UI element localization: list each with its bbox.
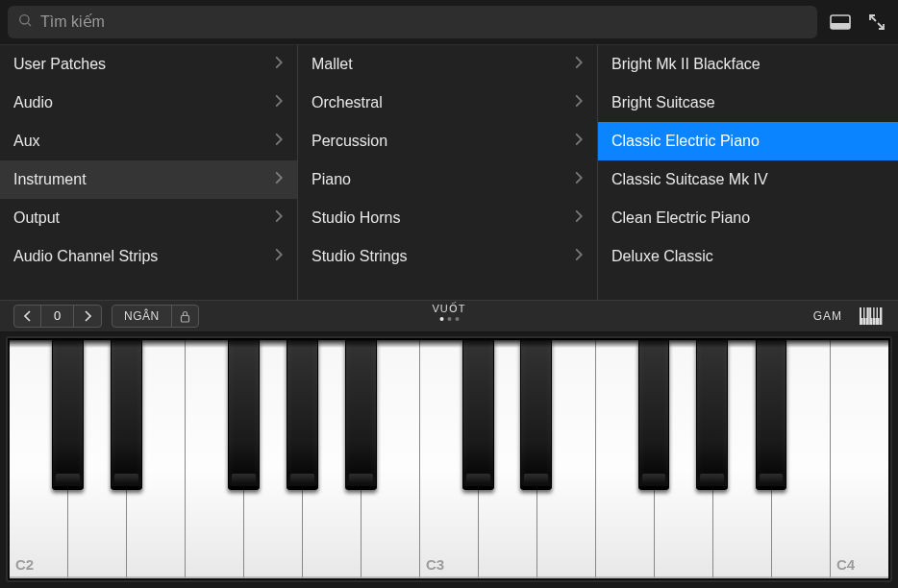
chevron-right-icon bbox=[275, 94, 284, 111]
keyboard-top-shadow bbox=[8, 338, 890, 348]
chevron-right-icon bbox=[575, 94, 584, 111]
col3-item[interactable]: Deluxe Classic bbox=[598, 237, 898, 276]
chevron-right-icon bbox=[275, 248, 284, 265]
keyboard-toolbar: 0 NGÂN VUỐT GAM bbox=[0, 300, 898, 332]
row-label: Classic Suitcase Mk IV bbox=[611, 171, 768, 188]
svg-rect-4 bbox=[181, 315, 188, 322]
chevron-right-icon bbox=[575, 209, 584, 227]
row-label: Studio Horns bbox=[312, 209, 401, 227]
col1-item[interactable]: Audio bbox=[0, 84, 297, 122]
col1-item[interactable]: Audio Channel Strips bbox=[0, 237, 297, 276]
black-key[interactable] bbox=[462, 340, 494, 490]
col3-item[interactable]: Bright Suitcase bbox=[598, 84, 898, 122]
col1-item[interactable]: Output bbox=[0, 199, 297, 237]
black-key[interactable] bbox=[345, 340, 377, 490]
chevron-right-icon bbox=[275, 171, 284, 188]
chevron-right-icon bbox=[275, 209, 284, 227]
search-input[interactable] bbox=[40, 13, 808, 31]
black-key[interactable] bbox=[520, 340, 552, 490]
octave-down-button[interactable] bbox=[14, 306, 41, 327]
svg-rect-17 bbox=[878, 307, 880, 318]
svg-point-0 bbox=[20, 15, 29, 24]
row-label: Clean Electric Piano bbox=[611, 209, 750, 227]
row-label: Orchestral bbox=[312, 94, 383, 111]
svg-rect-3 bbox=[831, 23, 850, 29]
chevron-right-icon bbox=[275, 56, 284, 73]
octave-value: 0 bbox=[41, 306, 74, 327]
black-key[interactable] bbox=[756, 340, 787, 490]
black-key[interactable] bbox=[696, 340, 728, 490]
row-label: Output bbox=[13, 209, 60, 227]
col1-item[interactable]: User Patches bbox=[0, 45, 297, 84]
row-label: User Patches bbox=[13, 56, 106, 73]
white-key[interactable]: C4 bbox=[831, 340, 888, 578]
col1-item[interactable]: Aux bbox=[0, 122, 297, 160]
row-label: Bright Mk II Blackface bbox=[611, 56, 761, 73]
row-label: Mallet bbox=[312, 56, 353, 73]
row-label: Instrument bbox=[13, 171, 87, 188]
black-key[interactable] bbox=[52, 340, 84, 490]
svg-rect-14 bbox=[864, 307, 866, 318]
col3-item[interactable]: Classic Electric Piano bbox=[598, 122, 898, 160]
browser-column-1: User PatchesAudioAuxInstrumentOutputAudi… bbox=[0, 45, 298, 300]
chevron-right-icon bbox=[575, 248, 584, 265]
col3-item[interactable]: Bright Mk II Blackface bbox=[598, 45, 898, 84]
row-label: Audio Channel Strips bbox=[13, 248, 158, 265]
chevron-right-icon bbox=[575, 133, 584, 150]
col2-item[interactable]: Piano bbox=[298, 160, 597, 199]
scale-button[interactable]: GAM bbox=[813, 309, 842, 323]
row-label: Piano bbox=[312, 171, 351, 188]
black-key[interactable] bbox=[287, 340, 318, 490]
octave-stepper: 0 bbox=[13, 305, 102, 328]
keyboard-layout-icon[interactable] bbox=[860, 307, 885, 325]
chevron-right-icon bbox=[275, 133, 284, 150]
page-dots bbox=[433, 317, 466, 321]
top-bar bbox=[0, 0, 898, 44]
search-icon bbox=[17, 12, 33, 32]
black-key[interactable] bbox=[638, 340, 670, 490]
row-label: Bright Suitcase bbox=[611, 94, 715, 111]
browser-column-3: Bright Mk II BlackfaceBright SuitcaseCla… bbox=[598, 45, 898, 300]
library-browser: User PatchesAudioAuxInstrumentOutputAudi… bbox=[0, 44, 898, 300]
svg-rect-15 bbox=[871, 307, 873, 318]
octave-up-button[interactable] bbox=[74, 306, 101, 327]
col1-item[interactable]: Instrument bbox=[0, 160, 297, 199]
black-key[interactable] bbox=[111, 340, 142, 490]
glissando-mode[interactable]: VUỐT bbox=[433, 303, 466, 321]
lock-icon bbox=[171, 306, 198, 327]
key-octave-label: C2 bbox=[15, 556, 34, 573]
col2-item[interactable]: Studio Strings bbox=[298, 237, 597, 276]
svg-line-1 bbox=[28, 23, 31, 26]
sustain-label: NGÂN bbox=[112, 309, 171, 323]
piano-keyboard[interactable]: C2C3C4 bbox=[6, 336, 892, 582]
col2-item[interactable]: Orchestral bbox=[298, 84, 597, 122]
col3-item[interactable]: Classic Suitcase Mk IV bbox=[598, 160, 898, 199]
row-label: Studio Strings bbox=[312, 248, 408, 265]
mode-label: VUỐT bbox=[433, 303, 466, 315]
keyboard-area: C2C3C4 bbox=[0, 332, 898, 588]
key-octave-label: C4 bbox=[836, 556, 855, 573]
fullscreen-icon[interactable] bbox=[863, 9, 890, 36]
svg-rect-16 bbox=[875, 307, 877, 318]
row-label: Deluxe Classic bbox=[611, 248, 713, 265]
row-label: Aux bbox=[13, 133, 40, 150]
row-label: Audio bbox=[13, 94, 53, 111]
browser-column-2: MalletOrchestralPercussionPianoStudio Ho… bbox=[298, 45, 598, 300]
col2-item[interactable]: Percussion bbox=[298, 122, 597, 160]
svg-rect-13 bbox=[861, 307, 863, 318]
row-label: Classic Electric Piano bbox=[611, 133, 760, 150]
chevron-right-icon bbox=[575, 171, 584, 188]
chevron-right-icon bbox=[575, 56, 584, 73]
search-field-wrap[interactable] bbox=[8, 6, 817, 38]
app-root: User PatchesAudioAuxInstrumentOutputAudi… bbox=[0, 0, 898, 588]
compact-view-icon[interactable] bbox=[827, 9, 854, 36]
col2-item[interactable]: Studio Horns bbox=[298, 199, 597, 237]
sustain-toggle[interactable]: NGÂN bbox=[112, 305, 199, 328]
col3-item[interactable]: Clean Electric Piano bbox=[598, 199, 898, 237]
row-label: Percussion bbox=[312, 133, 387, 150]
col2-item[interactable]: Mallet bbox=[298, 45, 597, 84]
key-octave-label: C3 bbox=[426, 556, 444, 573]
black-key[interactable] bbox=[228, 340, 260, 490]
